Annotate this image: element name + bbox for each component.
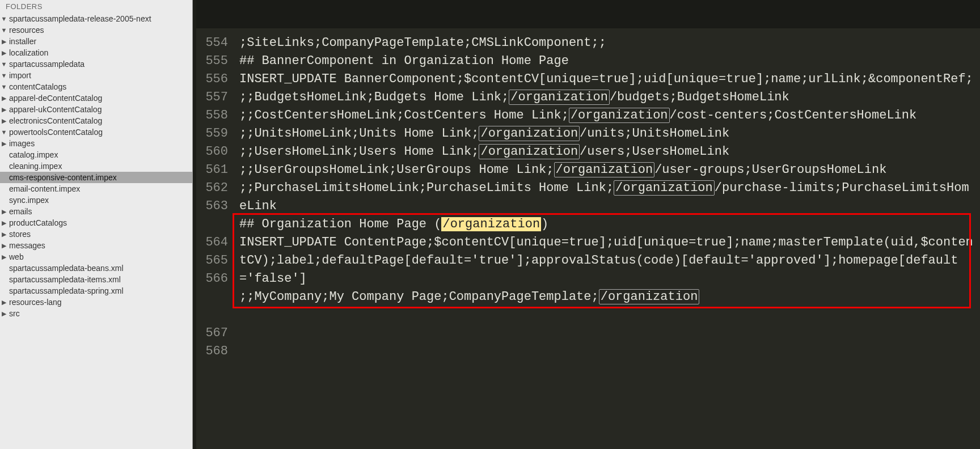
tree-label: web: [8, 252, 24, 261]
code-text: /user-groups;UserGroupsHomeLink: [654, 163, 886, 177]
file-item[interactable]: cleaning.impex: [0, 160, 192, 172]
tree-label: spartacussampledata: [8, 60, 85, 69]
code-line[interactable]: ;;UnitsHomeLink;Units Home Link;/organiz…: [239, 125, 975, 143]
tree-label: contentCatalogs: [8, 82, 66, 91]
folder-item[interactable]: ▶stores: [0, 228, 192, 240]
folder-item[interactable]: ▶web: [0, 251, 192, 262]
code-text: ;;UserGroupsHomeLink;UserGroups Home Lin…: [239, 163, 554, 177]
code-text: /users;UsersHomeLink: [580, 145, 729, 159]
line-number: 554: [196, 34, 228, 52]
file-item[interactable]: email-content.impex: [0, 183, 192, 194]
code-line[interactable]: ;;BudgetsHomeLink;Budgets Home Link;/org…: [239, 88, 975, 107]
code-area[interactable]: ;SiteLinks;CompanyPageTemplate;CMSLinkCo…: [236, 28, 980, 449]
chevron-right-icon: ▶: [0, 49, 8, 57]
tree-label: src: [8, 309, 20, 318]
folder-item[interactable]: ▼contentCatalogs: [0, 81, 192, 92]
folder-item[interactable]: ▶messages: [0, 240, 192, 251]
folder-item[interactable]: ▶apparel-deContentCatalog: [0, 92, 192, 104]
folder-item[interactable]: ▶installer: [0, 36, 192, 47]
folder-item[interactable]: ▼import: [0, 70, 192, 81]
chevron-down-icon: ▼: [0, 129, 8, 135]
file-item[interactable]: sync.impex: [0, 194, 192, 206]
code-line[interactable]: ;;PurchaseLimitsHomeLink;PurchaseLimits …: [239, 179, 975, 215]
search-match: /organization: [599, 289, 700, 304]
tree-label: stores: [8, 230, 31, 239]
line-number: 564: [196, 234, 228, 252]
folder-item[interactable]: ▶localization: [0, 47, 192, 58]
tree-label: emails: [8, 207, 32, 216]
line-number: 561: [196, 161, 228, 179]
code-line[interactable]: ## Organization Home Page (/organization…: [239, 215, 975, 234]
folder-item[interactable]: ▼powertoolsContentCatalog: [0, 126, 192, 138]
code-line[interactable]: ;SiteLinks;CompanyPageTemplate;CMSLinkCo…: [239, 34, 975, 52]
code-line[interactable]: ;;MyCompany;My Company Page;CompanyPageT…: [239, 288, 975, 306]
chevron-down-icon: ▼: [0, 15, 8, 22]
tree-label: spartacussampledata-release-2005-next: [8, 14, 151, 23]
tree-label: localization: [8, 48, 48, 57]
folder-item[interactable]: ▶apparel-ukContentCatalog: [0, 104, 192, 115]
chevron-right-icon: ▶: [0, 117, 8, 125]
folder-item[interactable]: ▶emails: [0, 206, 192, 217]
tree-label: productCatalogs: [8, 218, 67, 227]
tree-label: apparel-ukContentCatalog: [8, 105, 102, 114]
file-item[interactable]: catalog.impex: [0, 149, 192, 160]
code-line[interactable]: ;;UsersHomeLink;Users Home Link;/organiz…: [239, 143, 975, 161]
folder-item[interactable]: ▶src: [0, 308, 192, 319]
folder-item[interactable]: ▼spartacussampledata-release-2005-next: [0, 13, 192, 24]
folder-item[interactable]: ▼spartacussampledata: [0, 58, 192, 70]
chevron-right-icon: ▶: [0, 38, 8, 45]
tree-label: electronicsContentCatalog: [8, 116, 102, 125]
code-text: INSERT_UPDATE BannerComponent;$contentCV…: [239, 72, 973, 86]
chevron-right-icon: ▶: [0, 208, 8, 215]
code-line[interactable]: INSERT_UPDATE BannerComponent;$contentCV…: [239, 70, 975, 88]
folder-item[interactable]: ▶productCatalogs: [0, 217, 192, 228]
tree-label: installer: [8, 37, 36, 46]
sidebar-header: FOLDERS: [0, 0, 192, 13]
line-number: 562: [196, 179, 228, 197]
line-number: 555: [196, 52, 228, 70]
chevron-right-icon: ▶: [0, 219, 8, 227]
file-item[interactable]: spartacussampledata-items.xml: [0, 274, 192, 285]
line-number: 560: [196, 143, 228, 161]
file-item[interactable]: cms-responsive-content.impex: [0, 172, 192, 183]
tree-label: resources: [8, 26, 44, 35]
tree-label: apparel-deContentCatalog: [8, 94, 102, 103]
code-text: ## Organization Home Page (: [239, 217, 441, 231]
tree-label: images: [8, 139, 35, 148]
code-line[interactable]: ;;UserGroupsHomeLink;UserGroups Home Lin…: [239, 161, 975, 179]
code-text: ;;PurchaseLimitsHomeLink;PurchaseLimits …: [239, 181, 614, 195]
search-match: /organization: [479, 144, 580, 159]
code-line[interactable]: ## BannerComponent in Organization Home …: [239, 52, 975, 70]
code-line[interactable]: INSERT_UPDATE ContentPage;$contentCV[uni…: [239, 234, 975, 288]
tree-label: spartacussampledata-beans.xml: [8, 264, 124, 273]
tree-label: cleaning.impex: [8, 162, 62, 171]
tree-label: cms-responsive-content.impex: [8, 173, 117, 182]
code-text: ;;BudgetsHomeLink;Budgets Home Link;: [239, 90, 509, 104]
folder-tree[interactable]: ▼spartacussampledata-release-2005-next▼r…: [0, 13, 192, 319]
folder-item[interactable]: ▶electronicsContentCatalog: [0, 115, 192, 126]
code-text: ;;CostCentersHomeLink;CostCenters Home L…: [239, 108, 569, 122]
search-match-current: /organization: [441, 217, 541, 231]
folder-item[interactable]: ▼resources: [0, 24, 192, 36]
file-item[interactable]: spartacussampledata-beans.xml: [0, 262, 192, 274]
tree-label: sync.impex: [8, 196, 49, 205]
code-editor[interactable]: 554555556557558559560561562563 564565566…: [196, 0, 980, 449]
code-line[interactable]: ;;CostCentersHomeLink;CostCenters Home L…: [239, 107, 975, 125]
chevron-down-icon: ▼: [0, 27, 8, 33]
code-text: INSERT_UPDATE ContentPage;$contentCV[uni…: [239, 235, 973, 286]
chevron-right-icon: ▶: [0, 231, 8, 238]
code-text: ): [541, 217, 548, 231]
search-match: /organization: [509, 90, 610, 105]
folder-sidebar[interactable]: FOLDERS ▼spartacussampledata-release-200…: [0, 0, 193, 449]
chevron-down-icon: ▼: [0, 61, 8, 67]
line-number: 557: [196, 88, 228, 107]
folder-item[interactable]: ▶resources-lang: [0, 296, 192, 308]
folder-item[interactable]: ▶images: [0, 138, 192, 149]
chevron-right-icon: ▶: [0, 310, 8, 317]
chevron-right-icon: ▶: [0, 253, 8, 261]
chevron-right-icon: ▶: [0, 299, 8, 306]
search-match: /organization: [614, 180, 715, 196]
file-item[interactable]: spartacussampledata-spring.xml: [0, 285, 192, 296]
chevron-down-icon: ▼: [0, 83, 8, 90]
chevron-down-icon: ▼: [0, 72, 8, 79]
